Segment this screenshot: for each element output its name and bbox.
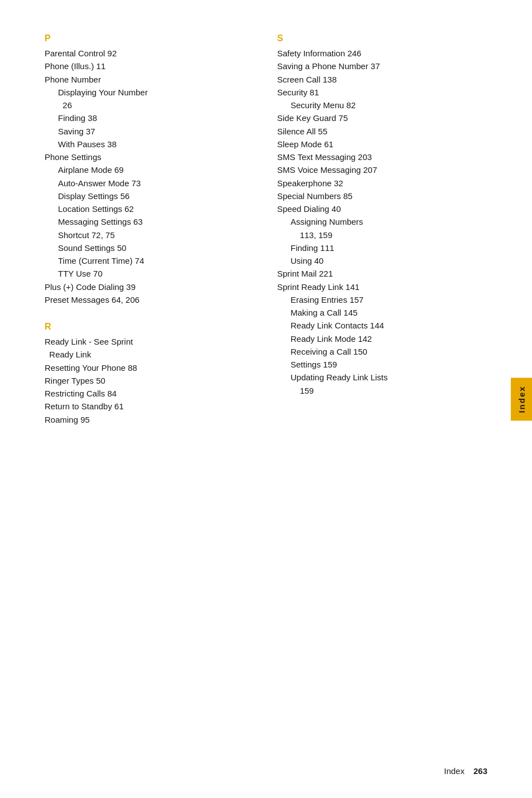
list-item: Shortcut 72, 75 [45, 229, 255, 241]
list-item: Saving a Phone Number 37 [277, 60, 487, 72]
list-item: Phone (Illus.) 11 [45, 60, 255, 72]
list-item: Receiving a Call 150 [277, 345, 487, 358]
list-item: Saving 37 [45, 125, 255, 138]
list-item: Plus (+) Code Dialing 39 [45, 280, 255, 293]
list-item: Updating Ready Link Lists 159 [277, 371, 487, 397]
list-item: Resetting Your Phone 88 [45, 361, 255, 374]
list-item: Return to Standby 61 [45, 400, 255, 413]
list-item: Sound Settings 50 [45, 241, 255, 254]
index-tab-label: Index [517, 385, 526, 413]
section-p-header: P [45, 33, 255, 43]
list-item: Assigning Numbers 113, 159 [277, 215, 487, 241]
left-column: P Parental Control 92 Phone (Illus.) 11 … [45, 33, 255, 442]
index-tab: Index [511, 378, 532, 420]
section-s: S Safety Information 246 Saving a Phone … [277, 33, 487, 397]
list-item: Location Settings 62 [45, 202, 255, 215]
list-item: Time (Current Time) 74 [45, 254, 255, 267]
list-item: Safety Information 246 [277, 47, 487, 60]
list-item: Ready Link Contacts 144 [277, 319, 487, 332]
list-item: Special Numbers 85 [277, 190, 487, 202]
list-item: Phone Number [45, 73, 255, 86]
list-item: Preset Messages 64, 206 [45, 293, 255, 306]
list-item: Sprint Mail 221 [277, 267, 487, 280]
list-item: Speakerphone 32 [277, 177, 487, 190]
section-r-header: R [45, 322, 255, 332]
list-item: Parental Control 92 [45, 47, 255, 60]
list-item: Auto-Answer Mode 73 [45, 177, 255, 190]
list-item: Messaging Settings 63 [45, 215, 255, 228]
list-item: Displaying Your Number 26 [45, 86, 255, 112]
list-item: Ready Link Mode 142 [277, 332, 487, 345]
list-item: Sprint Ready Link 141 [277, 280, 487, 293]
list-item: Using 40 [277, 254, 487, 267]
right-column: S Safety Information 246 Saving a Phone … [277, 33, 487, 442]
list-item: Making a Call 145 [277, 306, 487, 319]
list-item: Phone Settings [45, 151, 255, 163]
list-item: Ready Link - See Sprint Ready Link [45, 335, 255, 361]
section-s-header: S [277, 33, 487, 43]
list-item: Security Menu 82 [277, 99, 487, 112]
list-item: SMS Voice Messaging 207 [277, 163, 487, 176]
list-item: Security 81 [277, 86, 487, 99]
list-item: Silence All 55 [277, 125, 487, 138]
columns-layout: P Parental Control 92 Phone (Illus.) 11 … [45, 33, 487, 442]
list-item: Erasing Entries 157 [277, 293, 487, 306]
list-item: Ringer Types 50 [45, 374, 255, 387]
list-item: Side Key Guard 75 [277, 112, 487, 124]
list-item: Finding 111 [277, 241, 487, 254]
section-r: R Ready Link - See Sprint Ready Link Res… [45, 322, 255, 426]
footer-page: 263 [473, 766, 487, 776]
list-item: With Pauses 38 [45, 138, 255, 151]
footer-label: Index [444, 766, 465, 776]
list-item: Airplane Mode 69 [45, 163, 255, 176]
footer: Index 263 [444, 766, 487, 776]
list-item: SMS Text Messaging 203 [277, 151, 487, 163]
section-p: P Parental Control 92 Phone (Illus.) 11 … [45, 33, 255, 306]
list-item: Speed Dialing 40 [277, 202, 487, 215]
list-item: Finding 38 [45, 112, 255, 124]
list-item: Sleep Mode 61 [277, 138, 487, 151]
list-item: Restricting Calls 84 [45, 387, 255, 400]
page-container: P Parental Control 92 Phone (Illus.) 11 … [0, 0, 532, 798]
list-item: TTY Use 70 [45, 267, 255, 280]
list-item: Settings 159 [277, 358, 487, 371]
list-item: Screen Call 138 [277, 73, 487, 86]
list-item: Roaming 95 [45, 413, 255, 426]
list-item: Display Settings 56 [45, 190, 255, 202]
